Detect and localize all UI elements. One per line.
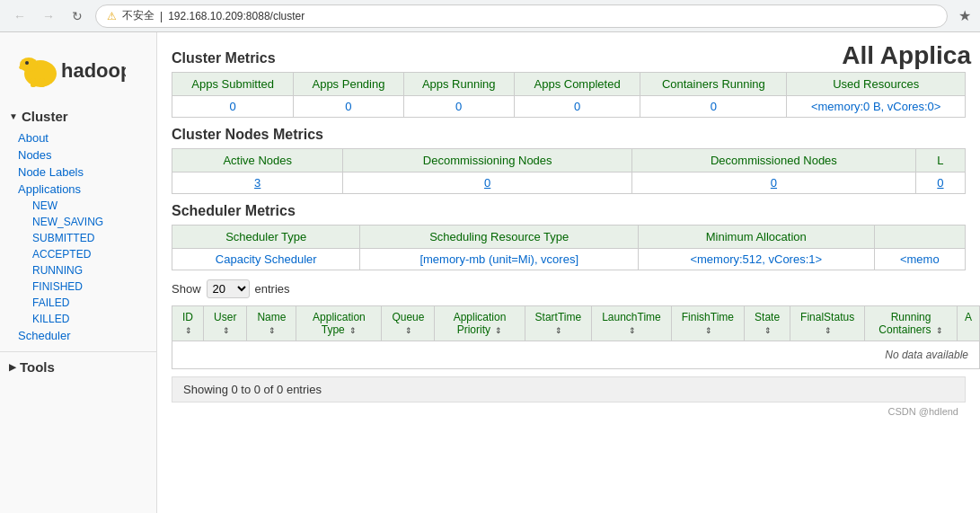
- csdn-watermark: CSDN @hdlend: [172, 402, 966, 420]
- col-extra: [874, 226, 965, 249]
- svg-text:hadoop: hadoop: [61, 59, 126, 82]
- reload-button[interactable]: ↻: [66, 5, 88, 27]
- address-bar[interactable]: ⚠ 不安全 | 192.168.10.209:8088/cluster: [95, 4, 948, 28]
- warning-icon: ⚠: [107, 10, 117, 22]
- svg-rect-3: [40, 78, 45, 87]
- val-l[interactable]: 0: [915, 172, 965, 194]
- val-scheduler-type: Capacity Scheduler: [172, 249, 360, 270]
- sidebar-item-nodes[interactable]: Nodes: [0, 146, 156, 164]
- col-active-nodes: Active Nodes: [172, 149, 343, 172]
- col-launch-time[interactable]: LaunchTime ⇕: [592, 306, 672, 341]
- sidebar-item-applications[interactable]: Applications: [0, 181, 156, 198]
- scheduler-metrics-title: Scheduler Metrics: [172, 203, 966, 219]
- entries-select[interactable]: 10 20 50 100: [207, 279, 250, 298]
- col-final-status[interactable]: FinalStatus ⇕: [790, 306, 865, 341]
- sidebar: hadoop Cluster About Nodes Node Labels A…: [0, 32, 157, 513]
- sidebar-cluster-title[interactable]: Cluster: [0, 103, 156, 129]
- col-application-type[interactable]: Application Type ⇕: [296, 306, 382, 341]
- svg-point-5: [25, 61, 29, 65]
- entries-label: entries: [255, 282, 290, 296]
- hadoop-logo: hadoop: [9, 47, 126, 92]
- cluster-metrics-table: Apps Submitted Apps Pending Apps Running…: [172, 72, 966, 118]
- sidebar-item-new-saving[interactable]: NEW_SAVING: [0, 214, 156, 230]
- sidebar-item-node-labels[interactable]: Node Labels: [0, 164, 156, 181]
- col-l: L: [915, 149, 965, 172]
- url-text: 不安全: [122, 8, 155, 23]
- col-scheduling-resource-type: Scheduling Resource Type: [360, 226, 639, 249]
- col-decommissioned-nodes: Decommissioned Nodes: [631, 149, 915, 172]
- sidebar-item-failed[interactable]: FAILED: [0, 295, 156, 311]
- col-apps-pending: Apps Pending: [294, 73, 403, 96]
- sidebar-item-new[interactable]: NEW: [0, 198, 156, 214]
- sort-priority[interactable]: ⇕: [495, 326, 502, 335]
- val-scheduling-resource-type: [memory-mb (unit=Mi), vcores]: [360, 249, 639, 270]
- val-decommissioning-nodes[interactable]: 0: [343, 172, 632, 194]
- cluster-nodes-row: 3 0 0 0: [172, 172, 966, 194]
- sidebar-item-submitted[interactable]: SUBMITTED: [0, 230, 156, 246]
- cluster-nodes-metrics-title: Cluster Nodes Metrics: [172, 127, 966, 143]
- cluster-metrics-row: 0 0 0 0 0 <memory:0 B, vCores:0>: [172, 96, 966, 118]
- sidebar-item-scheduler[interactable]: Scheduler: [0, 327, 156, 344]
- app-container: hadoop Cluster About Nodes Node Labels A…: [0, 32, 980, 513]
- sidebar-item-killed[interactable]: KILLED: [0, 311, 156, 327]
- col-state[interactable]: State ⇕: [745, 306, 790, 341]
- val-extra: <memo: [874, 249, 965, 270]
- data-table-header-row: ID ⇕ User ⇕ Name ⇕ Application Type ⇕: [172, 306, 980, 341]
- col-decommissioning-nodes: Decommissioning Nodes: [343, 149, 632, 172]
- scheduler-metrics-table: Scheduler Type Scheduling Resource Type …: [172, 225, 966, 270]
- col-a: A: [957, 306, 979, 341]
- no-data-cell: No data available: [172, 341, 980, 369]
- val-decommissioned-nodes[interactable]: 0: [631, 172, 915, 194]
- col-used-resources: Used Resources: [787, 73, 966, 96]
- col-queue[interactable]: Queue ⇕: [382, 306, 435, 341]
- col-name[interactable]: Name ⇕: [247, 306, 296, 341]
- col-running-containers[interactable]: Running Containers ⇕: [865, 306, 958, 341]
- val-used-resources: <memory:0 B, vCores:0>: [787, 96, 966, 118]
- val-active-nodes[interactable]: 3: [172, 172, 343, 194]
- cluster-nodes-table: Active Nodes Decommissioning Nodes Decom…: [172, 148, 966, 194]
- sort-start-time[interactable]: ⇕: [555, 326, 562, 335]
- show-label: Show: [172, 282, 201, 296]
- val-apps-completed: 0: [514, 96, 640, 118]
- sort-id[interactable]: ⇕: [185, 326, 192, 335]
- sort-state[interactable]: ⇕: [764, 326, 772, 335]
- val-containers-running: 0: [640, 96, 787, 118]
- val-apps-pending: 0: [294, 96, 403, 118]
- no-data-row: No data available: [172, 341, 980, 369]
- col-start-time[interactable]: StartTime ⇕: [525, 306, 592, 341]
- scheduler-metrics-row: Capacity Scheduler [memory-mb (unit=Mi),…: [172, 249, 966, 270]
- col-minimum-allocation: Minimum Allocation: [638, 226, 874, 249]
- sidebar-tools-title[interactable]: Tools: [0, 351, 156, 380]
- col-user[interactable]: User ⇕: [204, 306, 247, 341]
- sort-finish-time[interactable]: ⇕: [705, 326, 712, 335]
- val-minimum-allocation: <memory:512, vCores:1>: [638, 249, 874, 270]
- val-apps-submitted: 0: [172, 96, 294, 118]
- sort-name[interactable]: ⇕: [269, 326, 276, 335]
- sort-launch-time[interactable]: ⇕: [629, 326, 636, 335]
- logo-area: hadoop: [0, 41, 156, 103]
- col-application-priority[interactable]: Application Priority ⇕: [435, 306, 525, 341]
- sort-final-status[interactable]: ⇕: [825, 326, 832, 335]
- col-id[interactable]: ID ⇕: [172, 306, 204, 341]
- forward-button[interactable]: →: [38, 5, 59, 27]
- sidebar-item-finished[interactable]: FINISHED: [0, 279, 156, 295]
- page-title: All Applica: [842, 41, 980, 70]
- col-containers-running: Containers Running: [640, 73, 787, 96]
- back-button[interactable]: ←: [9, 5, 31, 27]
- sidebar-item-accepted[interactable]: ACCEPTED: [0, 246, 156, 262]
- col-finish-time[interactable]: FinishTime ⇕: [671, 306, 744, 341]
- bookmark-icon[interactable]: ★: [958, 7, 971, 24]
- sort-app-type[interactable]: ⇕: [349, 326, 357, 335]
- browser-chrome: ← → ↻ ⚠ 不安全 | 192.168.10.209:8088/cluste…: [0, 0, 980, 32]
- col-scheduler-type: Scheduler Type: [172, 226, 360, 249]
- sort-queue[interactable]: ⇕: [405, 326, 412, 335]
- sidebar-item-about[interactable]: About: [0, 129, 156, 146]
- sort-running-containers[interactable]: ⇕: [936, 326, 943, 335]
- url-display: 192.168.10.209:8088/cluster: [168, 10, 305, 22]
- svg-rect-2: [31, 78, 36, 87]
- main-content: All Applica Cluster Metrics Apps Submitt…: [157, 32, 980, 513]
- showing-entries: Showing 0 to 0 of 0 entries: [172, 376, 966, 402]
- sidebar-item-running[interactable]: RUNNING: [0, 262, 156, 279]
- col-apps-completed: Apps Completed: [514, 73, 640, 96]
- sort-user[interactable]: ⇕: [223, 326, 230, 335]
